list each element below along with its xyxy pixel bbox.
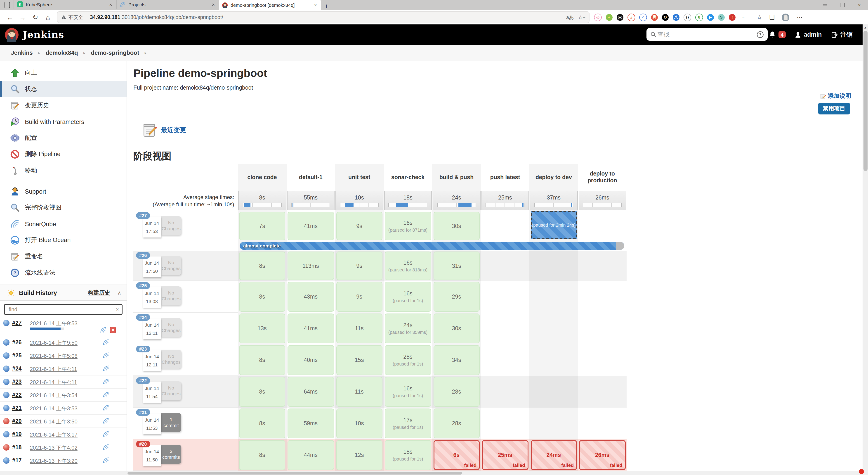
build-id-link[interactable]: #24 [12, 365, 22, 372]
stage-cell-success[interactable]: 31s [433, 251, 480, 280]
browser-tab-2[interactable]: Projects× [116, 0, 219, 8]
minimize-button[interactable] [816, 0, 834, 10]
stage-cell-success[interactable]: 64ms [287, 377, 334, 407]
build-history-find[interactable]: X [4, 304, 123, 315]
almost-complete-bar[interactable]: almost complete [240, 242, 624, 250]
sonar-icon[interactable] [103, 431, 110, 438]
sonar-icon[interactable] [103, 378, 110, 385]
build-id-link[interactable]: #25 [12, 352, 22, 359]
sonar-icon[interactable] [103, 444, 110, 451]
translate-extension[interactable]: 文 [673, 14, 680, 21]
collections-icon[interactable]: ❏ [769, 14, 774, 21]
build-id-link[interactable]: #20 [12, 418, 22, 424]
horizontal-scrollbar[interactable] [0, 471, 863, 475]
stage-cell-success[interactable]: 8s [239, 345, 285, 375]
stage-cell-success[interactable]: 11s [336, 314, 382, 344]
build-id-link[interactable]: #26 [12, 339, 22, 346]
vertical-scrollbar[interactable]: ▲ [863, 24, 868, 475]
sonar-icon[interactable] [100, 327, 107, 333]
close-button[interactable]: × [851, 0, 868, 10]
build-date-link[interactable]: 2021-6-14 上午3:54 [30, 392, 78, 399]
cancel-build-icon[interactable] [110, 327, 116, 333]
build-id-link[interactable]: #23 [12, 379, 22, 385]
build-history-link[interactable]: 构建历史 [88, 289, 110, 297]
sidebar-item-11[interactable]: 打开 Blue Ocean [0, 232, 127, 248]
more-menu-dots[interactable]: ⋯ [797, 14, 803, 21]
sidebar-item-2[interactable]: 状态 [0, 81, 127, 97]
build-date-link[interactable]: 2021-6-14 上午4:11 [30, 379, 77, 386]
zhe-extension[interactable]: 折 [651, 14, 658, 21]
stage-cell-success[interactable]: 34s [433, 345, 480, 375]
stage-cell-success[interactable]: 113ms [287, 251, 334, 280]
stage-cell-success[interactable]: 28s [433, 409, 480, 438]
sidebar-item-7[interactable]: 移动 [0, 162, 127, 179]
breadcrumb-item-2[interactable]: demokx84q [46, 49, 78, 56]
stage-cell-success[interactable]: 16s(paused for 1s) [385, 377, 431, 407]
sidebar-item-9[interactable]: 完整阶段视图 [0, 200, 127, 216]
green-plus-extension[interactable]: + [606, 14, 613, 21]
stage-cell-success[interactable]: 13s [239, 314, 285, 344]
stage-cell-failed[interactable]: 25msfailed [482, 440, 528, 470]
stage-cell-success[interactable]: 8s [239, 377, 285, 407]
tab-close-icon[interactable]: × [211, 2, 216, 7]
clear-find-icon[interactable]: X [116, 307, 119, 312]
build-date-link[interactable]: 2021-6-14 上午3:50 [30, 418, 78, 426]
build-number-badge[interactable]: #23 [136, 346, 150, 352]
build-date-link[interactable]: 2021-6-14 上午9:53 [30, 320, 78, 328]
stage-cell-success[interactable]: 16s(paused for 871ms) [385, 212, 431, 240]
build-date-link[interactable]: 2021-6-14 上午5:08 [30, 352, 78, 360]
build-date-link[interactable]: 2021-6-14 上午4:11 [30, 365, 77, 373]
vertical-tabs-icon[interactable] [3, 1, 12, 9]
goggles-extension[interactable]: oo [617, 14, 623, 21]
sidebar-item-5[interactable]: 配置 [0, 130, 127, 146]
build-date-link[interactable]: 2021-6-14 上午3:17 [30, 431, 78, 439]
add-favorite-icon[interactable]: ☆+ [578, 14, 585, 20]
stage-cell-failed[interactable]: 26msfailed [579, 440, 625, 470]
share-extension[interactable]: ▶ [707, 14, 714, 21]
stage-cell-success[interactable]: 8s [239, 409, 285, 438]
logout-button[interactable]: 注销 [831, 24, 852, 45]
build-id-link[interactable]: #18 [12, 444, 22, 451]
new-tab-button[interactable]: + [321, 1, 332, 10]
stage-cell-success[interactable]: 59ms [287, 409, 334, 438]
sidebar-item-13[interactable]: ?流水线语法 [0, 265, 127, 281]
stage-cell-success[interactable]: 44ms [287, 440, 334, 470]
translate-page-icon[interactable]: aあ [566, 14, 574, 21]
sidebar-item-10[interactable]: SonarQube [0, 216, 127, 232]
breadcrumb-item-3[interactable]: demo-springboot [91, 49, 139, 56]
ring-extension[interactable]: O [662, 14, 669, 21]
stage-cell-success[interactable]: 43ms [287, 282, 334, 312]
build-number-badge[interactable]: #21 [136, 409, 150, 416]
stage-cell-success[interactable]: 9s [336, 251, 382, 280]
build-number-badge[interactable]: #24 [136, 314, 150, 321]
notifications-bell[interactable]: 4 [769, 24, 786, 45]
vertical-scrollbar-thumb[interactable] [863, 31, 867, 171]
sidebar-item-8[interactable]: Support [0, 183, 127, 200]
stage-cell-running[interactable]: (paused for 2min 24s) [530, 211, 577, 239]
horizontal-scrollbar-thumb[interactable] [127, 472, 462, 475]
header-search-box[interactable]: ? [647, 28, 768, 41]
sonar-icon[interactable] [103, 405, 110, 411]
add-description-link[interactable]: 添加说明 [819, 92, 851, 100]
breadcrumb-item-1[interactable]: Jenkins [11, 49, 33, 56]
stage-cell-success[interactable]: 8s [239, 440, 285, 470]
stage-cell-success[interactable]: 9s [336, 282, 382, 312]
scroll-up-arrow[interactable]: ▲ [863, 24, 868, 30]
sitemap-extension[interactable]: # [627, 13, 635, 21]
stage-cell-success[interactable]: 30s [433, 314, 480, 344]
build-number-badge[interactable]: #20 [136, 441, 150, 447]
sonar-icon[interactable] [103, 339, 110, 346]
build-id-link[interactable]: #17 [12, 457, 22, 464]
stage-cell-success[interactable]: 16s(paused for 818ms) [385, 251, 431, 280]
favorites-star-icon[interactable]: ☆ [757, 14, 762, 21]
build-number-badge[interactable]: #26 [136, 252, 150, 259]
stage-cell-success[interactable]: 28s [433, 377, 480, 407]
stage-cell-success[interactable]: 18s(paused for 1s) [385, 440, 431, 470]
sidebar-item-1[interactable]: 向上 [0, 65, 127, 81]
jenkins-brand[interactable]: Jenkins [23, 29, 64, 40]
build-id-link[interactable]: #22 [12, 392, 22, 398]
stage-cell-success[interactable]: 41ms [287, 314, 334, 344]
infinity-extension[interactable]: ∞ [740, 14, 746, 21]
jenkins-logo[interactable] [4, 27, 19, 42]
stage-cell-success[interactable]: 30s [433, 212, 480, 240]
